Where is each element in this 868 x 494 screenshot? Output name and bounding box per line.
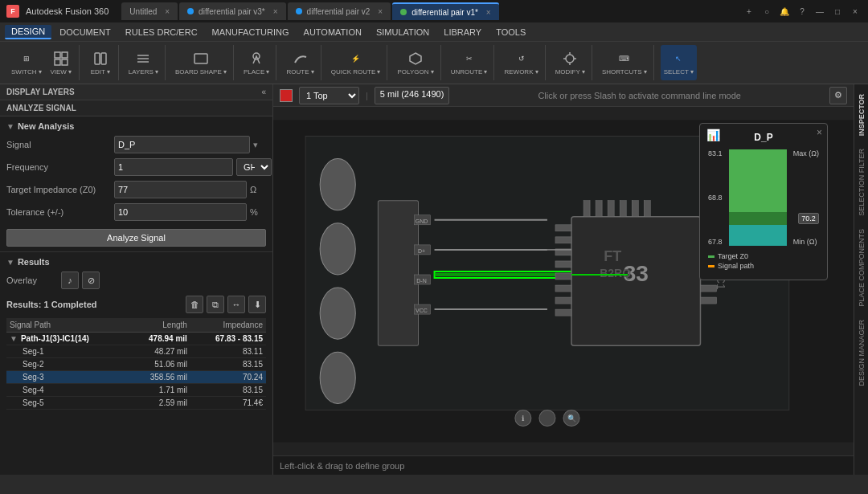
col-length: Length: [127, 318, 190, 333]
inspector-tab[interactable]: INSPECTOR: [856, 88, 867, 142]
minimize-button[interactable]: —: [813, 5, 826, 18]
signal-dropdown[interactable]: ▾: [253, 140, 266, 150]
menu-library[interactable]: LIBRARY: [437, 26, 488, 39]
tab-untitled[interactable]: Untitled ×: [121, 2, 178, 20]
analyze-signal-title: ANALYZE SIGNAL: [0, 100, 272, 116]
menu-document[interactable]: DOCUMENT: [53, 26, 117, 39]
menu-manufacturing[interactable]: MANUFACTURING: [206, 26, 296, 39]
seg-name: Seg-5: [6, 397, 127, 410]
overlay-row: Overlay ♪ ⊘: [6, 271, 266, 289]
tolerance-label: Tolerance (+/-): [6, 207, 111, 217]
selection-filter-tab[interactable]: SELECTION FILTER: [856, 142, 867, 223]
tab-dot: [400, 9, 407, 15]
panel-collapse-icon[interactable]: «: [261, 88, 266, 96]
impedance-input[interactable]: [114, 181, 247, 198]
layer-settings-icon[interactable]: ⚙: [829, 87, 847, 104]
frequency-row: Frequency GHzMHz: [6, 158, 266, 176]
menu-tools[interactable]: TOOLS: [489, 26, 532, 39]
svg-rect-48: [608, 201, 614, 217]
menu-rules[interactable]: RULES DRC/ERC: [119, 26, 204, 39]
popup-close-button[interactable]: ×: [817, 127, 822, 138]
maximize-button[interactable]: □: [831, 5, 844, 18]
view-icon: [53, 51, 69, 67]
select-button[interactable]: ↖ SELECT ▾: [661, 45, 697, 80]
place-button[interactable]: PLACE ▾: [240, 45, 272, 80]
account-icon[interactable]: ○: [760, 5, 773, 18]
download-results-button[interactable]: ⬇: [248, 296, 266, 313]
add-tab-button[interactable]: +: [743, 5, 755, 18]
toolbar-area: DESIGN DOCUMENT RULES DRC/ERC MANUFACTUR…: [0, 22, 868, 84]
copy-results-button[interactable]: ⧉: [207, 296, 224, 313]
route-icon: [293, 51, 309, 67]
results-table: Signal Path Length Impedance ▼Path-J1(3)…: [6, 318, 266, 470]
table-row[interactable]: ▼Path-J1(3)-IC1(14) 478.94 mil 67.83 - 8…: [6, 333, 266, 345]
close-icon[interactable]: ×: [273, 7, 278, 16]
tabs-area: Untitled × differential pair v3* × diffe…: [121, 2, 862, 20]
frequency-input[interactable]: [114, 158, 233, 176]
place-icon: [248, 51, 264, 67]
layer-hint: Click or press Slash to activate command…: [456, 91, 823, 100]
svg-rect-3: [62, 59, 68, 65]
help-icon[interactable]: ?: [796, 5, 809, 18]
close-icon[interactable]: ×: [165, 7, 170, 16]
results-section-header[interactable]: ▼ Results: [6, 257, 266, 267]
completed-label: Results: 1 Completed: [6, 300, 96, 309]
place-components-tab[interactable]: PLACE COMPONENTS: [856, 223, 867, 313]
board-shape-button[interactable]: BOARD SHAPE ▾: [172, 45, 230, 80]
move-results-button[interactable]: ↔: [227, 296, 245, 313]
polygon-button[interactable]: POLYGON ▾: [394, 45, 436, 80]
rework-button[interactable]: ↺ REWORK ▾: [501, 45, 541, 80]
table-row[interactable]: Seg-4 1.71 mil 83.15: [6, 384, 266, 397]
seg-length: 2.59 mil: [127, 397, 190, 410]
delete-results-button[interactable]: 🗑: [186, 296, 203, 313]
analyze-signal-button[interactable]: Analyze Signal: [6, 229, 266, 247]
table-row[interactable]: Seg-5 2.59 mil 71.4€: [6, 397, 266, 410]
switch-button[interactable]: ⊞ SWITCH ▾: [8, 45, 45, 80]
tab-diff-pair-v3[interactable]: differential pair v3* ×: [179, 2, 286, 20]
toolbar-group-quick-route: ⚡ QUICK ROUTE ▾: [325, 45, 388, 80]
tolerance-input[interactable]: [114, 203, 247, 221]
svg-rect-43: [555, 285, 571, 292]
main-content: DISPLAY LAYERS « ANALYZE SIGNAL ▼ New An…: [0, 84, 868, 475]
menu-design[interactable]: DESIGN: [5, 25, 51, 39]
table-row[interactable]: Seg-3 358.56 mil 70.24: [6, 371, 266, 384]
overlay-music-icon[interactable]: ♪: [61, 271, 79, 289]
svg-rect-5: [101, 53, 106, 64]
design-manager-tab[interactable]: DESIGN MANAGER: [856, 313, 867, 393]
svg-rect-23: [378, 201, 418, 346]
seg-length: 358.56 mil: [127, 371, 190, 384]
layer-select[interactable]: 1 Top 2 Bottom: [299, 87, 359, 104]
new-analysis-header[interactable]: ▼ New Analysis: [6, 121, 266, 131]
view-button[interactable]: VIEW ▾: [47, 45, 76, 80]
canvas-area: 1 Top 2 Bottom | 5 mil (246 1490) Click …: [273, 84, 854, 475]
edit-button[interactable]: EDIT ▾: [86, 45, 115, 80]
menu-automation[interactable]: AUTOMATION: [297, 26, 368, 39]
quick-route-icon: ⚡: [348, 51, 364, 67]
rework-icon: ↺: [514, 51, 530, 67]
tab-dot: [187, 8, 194, 14]
shortcuts-button[interactable]: ⌨ SHORTCUTS ▾: [599, 45, 650, 80]
frequency-unit[interactable]: GHzMHz: [236, 158, 272, 176]
table-row[interactable]: Seg-2 51.06 mil 83.15: [6, 358, 266, 371]
pcb-canvas[interactable]: GND D+ D-N VCC: [273, 107, 854, 455]
signal-input[interactable]: [114, 136, 250, 153]
seg-name: Seg-2: [6, 358, 127, 371]
tab-diff-pair-v2[interactable]: differential pair v2 ×: [288, 2, 391, 20]
unroute-button[interactable]: ✂ UNROUTE ▾: [448, 45, 491, 80]
menu-simulation[interactable]: SIMULATION: [370, 26, 436, 39]
tab-diff-pair-v1[interactable]: differential pair v1* ×: [392, 2, 499, 20]
layers-button[interactable]: LAYERS ▾: [125, 45, 162, 80]
quick-route-button[interactable]: ⚡ QUICK ROUTE ▾: [328, 45, 384, 80]
svg-rect-0: [55, 52, 60, 58]
modify-button[interactable]: MODIFY ▾: [552, 45, 588, 80]
close-button[interactable]: ×: [849, 5, 862, 18]
svg-point-67: [539, 410, 555, 426]
notification-icon[interactable]: 🔔: [778, 5, 791, 18]
close-icon[interactable]: ×: [486, 8, 491, 17]
route-button[interactable]: ROUTE ▾: [283, 45, 317, 80]
table-row[interactable]: Seg-1 48.27 mil 83.11: [6, 345, 266, 358]
svg-rect-46: [583, 201, 590, 217]
close-icon[interactable]: ×: [378, 7, 383, 16]
overlay-circle-icon[interactable]: ⊘: [82, 271, 100, 289]
toolbar-group-unroute: ✂ UNROUTE ▾: [444, 45, 495, 80]
